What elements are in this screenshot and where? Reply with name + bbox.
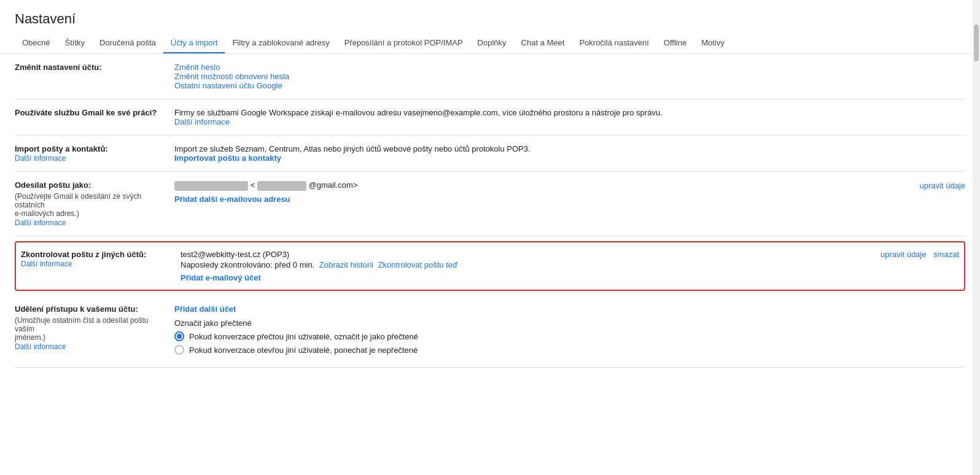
pridat-emailovou-adresu-link[interactable]: Přidat další e-mailovou adresu (174, 195, 290, 204)
import-dalsi-info-link[interactable]: Další informace (15, 154, 66, 163)
page-title: Nastavení (0, 0, 980, 33)
ostatni-nastaveni-link[interactable]: Ostatní nastavení účtu Google (174, 81, 282, 90)
radio-label-2: Pokud konverzace otevřou jiní uživatelé,… (189, 346, 418, 355)
radio-label-1: Pokud konverzace přečtou jiní uživatelé,… (189, 332, 418, 341)
tab-doplnky[interactable]: Doplňky (470, 33, 514, 54)
import-action-link[interactable]: Importovat poštu a kontakty (174, 153, 281, 163)
zkontrolovat-account-info: test2@webkitty-test.cz (POP3) Naposledy … (181, 250, 871, 282)
settings-content: Změnit nastavení účtu: Změnit heslo Změn… (0, 54, 980, 368)
import-label-wrapper: Import pošty a kontaktů: Další informace (15, 144, 174, 163)
odesilat-sublabel: (Používejte Gmail k odesílání ze svých o… (15, 192, 165, 218)
tab-dorucena-posta[interactable]: Doručená pošta (92, 33, 163, 54)
udeleni-label-wrapper: Udělení přístupu k vašemu účtu: (Umožňuj… (15, 304, 174, 351)
tab-motivy[interactable]: Motivy (694, 33, 732, 54)
section-zkontrolovat: Zkontrolovat poštu z jiných účtů: Další … (15, 241, 965, 291)
udeleni-sublabel: (Umožňuje ostatním číst a odesílat poštu… (15, 316, 165, 342)
zobrazit-historii-link[interactable]: Zobrazit historii (319, 260, 373, 269)
zkontrolovat-account: test2@webkitty-test.cz (POP3) (181, 250, 871, 259)
zkontrolovat-postu-ted-link[interactable]: Zkontrolovat poštu teď (378, 260, 457, 269)
zkontrolovat-label: Zkontrolovat poštu z jiných účtů: (21, 250, 146, 259)
pridat-emailovy-ucet-link[interactable]: Přidat e-mailový účet (181, 273, 261, 282)
tab-chat-a-meet[interactable]: Chat a Meet (514, 33, 572, 54)
sluzba-gmail-text: Firmy se službami Google Workspace získa… (174, 108, 663, 117)
pridat-dalsi-ucet-link[interactable]: Přidat další účet (174, 304, 236, 314)
tab-preposilani[interactable]: Přeposílání a protokol POP/IMAP (337, 33, 470, 54)
radio-item-1[interactable]: Pokud konverzace přečtou jiní uživatelé,… (174, 331, 965, 341)
tab-pokrocila[interactable]: Pokročilá nastavení (572, 33, 656, 54)
radio-dot-1 (177, 334, 182, 339)
import-content: Import ze služeb Seznam, Centrum, Atlas … (174, 144, 965, 163)
udeleni-label: Udělení přístupu k vašemu účtu: (15, 304, 138, 314)
section-import: Import pošty a kontaktů: Další informace… (15, 136, 965, 172)
section-sluzba-gmail: Používáte službu Gmail ke své práci? Fir… (15, 99, 965, 136)
scrollbar[interactable] (973, 0, 980, 475)
zmenit-heslo-link[interactable]: Změnit heslo (174, 63, 220, 72)
radio-circle-1 (174, 331, 184, 341)
sluzba-gmail-link[interactable]: Další informace (174, 117, 230, 126)
tab-stitky[interactable]: Štítky (58, 33, 93, 54)
zkontrolovat-label-wrapper: Zkontrolovat poštu z jiných účtů: Další … (21, 250, 181, 268)
tab-obecne[interactable]: Obecné (15, 33, 58, 54)
udeleni-radio-group: Pokud konverzace přečtou jiní uživatelé,… (174, 331, 965, 355)
udeleni-content: Přidat další účet Označit jako přečtené … (174, 304, 965, 358)
radio-circle-2 (174, 345, 184, 355)
email-redacted-address (257, 181, 306, 191)
odesilat-upravit-link[interactable]: upravit údaje (920, 181, 965, 190)
udeleni-dalsi-info-link[interactable]: Další informace (15, 342, 66, 351)
zmenit-nastaveni-label: Změnit nastavení účtu: (15, 63, 174, 72)
section-udeleni: Udělení přístupu k vašemu účtu: (Umožňuj… (15, 296, 965, 368)
sluzba-gmail-label: Používáte službu Gmail ke své práci? (15, 108, 174, 117)
zkontrolovat-upravit-link[interactable]: upravit údaje (881, 250, 926, 259)
email-bracket-open: < (251, 180, 255, 190)
tab-filtry[interactable]: Filtry a zablokované adresy (225, 33, 336, 54)
zkontrolovat-dalsi-info-link[interactable]: Další informace (21, 260, 72, 268)
zkontrolovat-last-check-row: Naposledy zkontrolováno: před 0 min. Zob… (181, 260, 871, 269)
odesilat-actions: upravit údaje (910, 181, 965, 190)
zkontrolovat-actions: upravit údaje smazat (871, 250, 959, 259)
odesilat-dalsi-info-link[interactable]: Další informace (15, 218, 66, 227)
zkontrolovat-last-check-text: Naposledy zkontrolováno: před 0 min. (181, 260, 314, 269)
zkontrolovat-content: test2@webkitty-test.cz (POP3) Naposledy … (181, 250, 959, 282)
scrollbar-thumb (974, 25, 979, 61)
email-redacted-name (174, 181, 248, 191)
udeleni-radio-label: Označit jako přečtené (174, 319, 965, 328)
tab-ucty-a-import[interactable]: Účty a import (163, 33, 225, 54)
import-label: Import pošty a kontaktů: (15, 144, 108, 153)
section-zmenit-nastaveni: Změnit nastavení účtu: Změnit heslo Změn… (15, 54, 965, 99)
odesilat-label-wrapper: Odesílat poštu jako: (Používejte Gmail k… (15, 180, 174, 227)
tabs-bar: Obecné Štítky Doručená pošta Účty a impo… (0, 33, 980, 54)
import-text: Import ze služeb Seznam, Centrum, Atlas … (174, 144, 965, 153)
zmenit-moznosti-link[interactable]: Změnit možnosti obnovení hesla (174, 72, 289, 81)
zkontrolovat-smazat-link[interactable]: smazat (933, 250, 959, 259)
section-odesilat: Odesílat poštu jako: (Používejte Gmail k… (15, 172, 965, 236)
sluzba-gmail-content: Firmy se službami Google Workspace získa… (174, 108, 965, 126)
zmenit-nastaveni-content: Změnit heslo Změnit možnosti obnovení he… (174, 63, 965, 90)
odesilat-content: < @gmail.com> upravit údaje Přidat další… (174, 180, 965, 204)
odesilat-label: Odesílat poštu jako: (15, 180, 91, 190)
tab-offline[interactable]: Offline (656, 33, 694, 54)
email-suffix: @gmail.com> (308, 180, 357, 190)
odesilat-email-row: < @gmail.com> (174, 180, 358, 191)
radio-item-2[interactable]: Pokud konverzace otevřou jiní uživatelé,… (174, 345, 965, 355)
